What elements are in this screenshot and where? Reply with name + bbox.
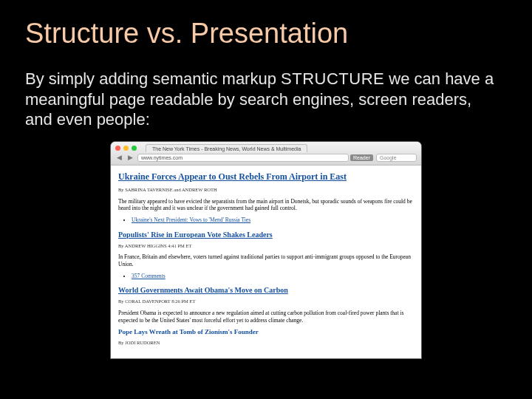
list-item: 357 Comments: [132, 273, 414, 280]
secondary-headline[interactable]: World Governments Await Obama's Move on …: [118, 285, 414, 295]
page-content: Ukraine Forces Appear to Oust Rebels Fro…: [111, 166, 421, 358]
browser-chrome: The New York Times - Breaking News, Worl…: [111, 142, 421, 166]
related-list: 357 Comments: [132, 273, 414, 280]
byline: By SABRINA TAVERNISE and ANDREW ROTH: [118, 187, 414, 193]
slide-lead: By simply adding semantic markup STRUCTU…: [25, 69, 498, 130]
screenshot-container: The New York Times - Breaking News, Worl…: [25, 142, 507, 358]
byline: By CORAL DAVENPORT 8:26 PM ET: [118, 299, 414, 304]
byline: By ANDREW HIGGINS 4:41 PM ET: [118, 243, 414, 249]
lead-emphasis: STRUCTURE: [281, 69, 384, 88]
tertiary-headline[interactable]: Pope Lays Wreath at Tomb of Zionism's Fo…: [118, 328, 414, 337]
slide-title: Structure vs. Presentation: [25, 18, 507, 50]
list-item: Ukraine's Next President: Vows to 'Mend'…: [132, 216, 414, 224]
secondary-headline[interactable]: Populists' Rise in European Vote Shakes …: [118, 230, 414, 239]
browser-window: The New York Times - Breaking News, Worl…: [111, 142, 421, 358]
byline: By JODI RUDOREN: [118, 340, 414, 346]
lead-pre: By simply adding semantic markup: [25, 69, 281, 88]
main-headline[interactable]: Ukraine Forces Appear to Oust Rebels Fro…: [118, 171, 414, 183]
comments-link[interactable]: 357 Comments: [132, 273, 166, 279]
lede-paragraph: The military appeared to have evicted th…: [118, 198, 414, 213]
search-field[interactable]: Google: [376, 154, 417, 162]
browser-tab[interactable]: The New York Times - Breaking News, Worl…: [146, 144, 307, 152]
minimize-icon[interactable]: [123, 146, 129, 151]
forward-button[interactable]: ▶: [126, 154, 134, 161]
related-list: Ukraine's Next President: Vows to 'Mend'…: [132, 216, 414, 224]
zoom-icon[interactable]: [132, 146, 137, 151]
address-bar[interactable]: www.nytimes.com: [137, 154, 349, 162]
back-button[interactable]: ◀: [115, 154, 123, 161]
paragraph: President Obama is expected to announce …: [118, 310, 414, 324]
related-link[interactable]: Ukraine's Next President: Vows to 'Mend'…: [132, 216, 250, 223]
close-icon[interactable]: [115, 146, 120, 151]
paragraph: In France, Britain and elsewhere, voters…: [118, 253, 414, 268]
reader-button[interactable]: Reader: [350, 154, 373, 161]
